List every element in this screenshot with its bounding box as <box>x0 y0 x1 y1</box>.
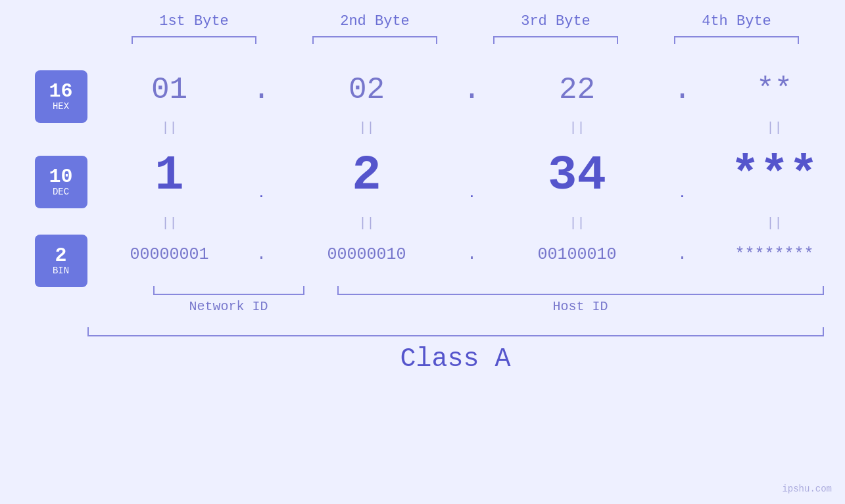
bin-sep1: . <box>245 245 278 264</box>
bin-badge: 2 BIN <box>35 235 87 287</box>
hex-row: 01 . 02 . 22 . ** <box>94 64 846 116</box>
bin-sep2: . <box>456 245 489 264</box>
badge-hex-wrapper: 16 HEX <box>28 70 94 123</box>
dec-badge-num: 10 <box>49 167 72 187</box>
watermark: ipshu.com <box>782 484 832 494</box>
network-bracket-container: Network ID <box>153 286 304 314</box>
byte-headers: 1st Byte 2nd Byte 3rd Byte 4th Byte <box>104 13 827 30</box>
eq-cells-2: || || || || <box>94 216 846 231</box>
bin-row: 00000001 . 00000010 . 00100010 . *******… <box>94 235 846 274</box>
hex-badge-num: 16 <box>49 81 72 101</box>
eq2-b4: || <box>699 216 846 231</box>
top-brackets <box>104 36 827 44</box>
dec-b2: 2 <box>278 148 456 203</box>
byte2-header: 2nd Byte <box>309 13 441 30</box>
badges-column: 16 HEX 10 DEC 2 BIN <box>28 64 94 281</box>
badge-eq1-spacer <box>28 123 94 146</box>
eq1-b2: || <box>278 120 456 135</box>
eq2-b3: || <box>489 216 666 231</box>
bin-sep3: . <box>666 245 699 264</box>
hex-badge: 16 HEX <box>35 70 87 123</box>
rows-with-badges: 16 HEX 10 DEC 2 BIN <box>28 64 831 281</box>
bin-b1: 00000001 <box>94 245 245 264</box>
eq-cells-1: || || || || <box>94 120 846 135</box>
byte1-header: 1st Byte <box>128 13 260 30</box>
class-bracket <box>87 327 824 336</box>
dec-b1: 1 <box>94 148 245 203</box>
hex-sep1: . <box>245 73 278 107</box>
host-bracket-container: Host ID <box>337 286 824 314</box>
hex-b1: 01 <box>94 73 245 107</box>
bottom-bracket-section: Network ID Host ID <box>87 286 824 314</box>
bracket-4 <box>674 36 799 44</box>
network-bracket <box>153 286 304 295</box>
dec-b4: *** <box>699 148 846 203</box>
bracket-1 <box>132 36 256 44</box>
dec-sep1: . <box>245 187 278 200</box>
bin-badge-label: BIN <box>53 265 69 276</box>
bracket-3 <box>493 36 618 44</box>
eq-row-2: || || || || <box>94 212 846 235</box>
byte4-header: 4th Byte <box>671 13 802 30</box>
bin-badge-num: 2 <box>55 246 66 265</box>
eq1-b3: || <box>489 120 666 135</box>
eq-row-1: || || || || <box>94 116 846 139</box>
hex-b2: 02 <box>278 73 456 107</box>
hex-badge-label: HEX <box>53 101 69 112</box>
class-bracket-section: Class A <box>87 327 824 374</box>
eq2-b1: || <box>94 216 245 231</box>
eq1-b1: || <box>94 120 245 135</box>
hex-cells: 01 . 02 . 22 . ** <box>94 73 846 107</box>
class-label: Class A <box>87 344 824 374</box>
host-bracket <box>337 286 824 295</box>
dec-sep2: . <box>456 187 489 200</box>
eq2-b2: || <box>278 216 456 231</box>
hex-sep3: . <box>666 73 699 107</box>
badge-dec-wrapper: 10 DEC <box>28 146 94 218</box>
dec-badge: 10 DEC <box>35 156 87 208</box>
main-container: 1st Byte 2nd Byte 3rd Byte 4th Byte 16 H… <box>0 0 845 504</box>
bin-b3: 00100010 <box>489 245 666 264</box>
badge-bin-wrapper: 2 BIN <box>28 241 94 281</box>
bracket-2 <box>312 36 437 44</box>
bin-b2: 00000010 <box>278 245 456 264</box>
data-columns: 01 . 02 . 22 . ** || || || <box>94 64 846 281</box>
dec-sep3: . <box>666 187 699 200</box>
byte3-header: 3rd Byte <box>490 13 621 30</box>
dec-cells: 1 . 2 . 34 . *** <box>94 148 846 203</box>
bin-cells: 00000001 . 00000010 . 00100010 . *******… <box>94 245 846 264</box>
dec-badge-label: DEC <box>53 187 69 197</box>
hex-b4: ** <box>699 73 846 107</box>
dec-b3: 34 <box>489 148 666 203</box>
eq1-b4: || <box>699 120 846 135</box>
bin-b4: ******** <box>699 245 846 264</box>
dec-row: 1 . 2 . 34 . *** <box>94 139 846 212</box>
host-id-label: Host ID <box>337 299 824 314</box>
hex-b3: 22 <box>489 73 666 107</box>
network-id-label: Network ID <box>153 299 304 314</box>
hex-sep2: . <box>456 73 489 107</box>
